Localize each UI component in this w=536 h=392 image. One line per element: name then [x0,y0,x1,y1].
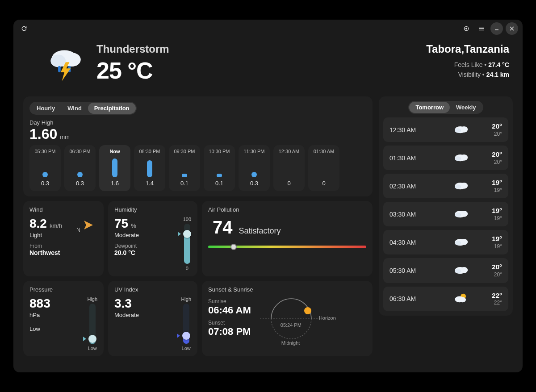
forecast-panel: Tomorrow Weekly 12:30 AM 20°20°01:30 AM … [379,96,513,316]
hour-value: 0.1 [180,180,188,187]
forecast-low: 20° [492,131,502,138]
sunrise-label: Sunrise [208,298,251,304]
wind-desc: Light [29,232,62,238]
pressure-unit: hPa [29,312,50,318]
forecast-item[interactable]: 02:30 AM 19°19° [383,174,508,198]
forecast-item[interactable]: 04:30 AM 19°19° [383,230,508,254]
forecast-low: 20° [492,271,502,279]
forecast-high: 19° [492,178,502,187]
partly-cloudy-icon [453,292,469,305]
forecast-low: 19° [492,215,502,222]
humidity-title: Humidity [114,206,191,213]
tab-tomorrow[interactable]: Tomorrow [409,102,450,113]
wind-title: Wind [29,206,97,213]
pressure-value: 883 [29,296,50,311]
tab-precipitation[interactable]: Precipitation [88,103,136,114]
hour-value: 1.4 [146,180,154,187]
uv-card: UV Index 3.3 Moderate High [108,281,197,356]
dewpoint-value: 20.0 °C [114,249,139,256]
forecast-time: 03:30 AM [389,211,430,218]
hour-value: 0 [287,180,290,187]
content: Thunderstorm 25 °C Tabora,Tanzania Feels… [13,38,523,372]
cloud-icon [453,180,469,192]
cloud-icon [453,264,469,277]
humidity-desc: Moderate [114,232,139,238]
menu-icon[interactable] [475,22,488,35]
forecast-low: 20° [492,159,502,166]
svg-point-14 [460,154,468,161]
forecast-tabs: Tomorrow Weekly [408,101,483,114]
sunrise-time: 06:46 AM [208,304,251,316]
header: Thunderstorm 25 °C Tabora,Tanzania Feels… [23,39,513,91]
dayhigh-value: 1.60mm [29,126,70,142]
forecast-high: 20° [492,263,502,271]
tab-hourly[interactable]: Hourly [30,103,61,114]
forecast-high: 20° [492,122,502,131]
forecast-item[interactable]: 01:30 AM 20°20° [383,146,508,170]
svg-point-23 [460,239,468,245]
dewpoint-label: Dewpoint [114,243,139,249]
forecast-high: 22° [492,291,502,300]
svg-point-12 [455,128,461,133]
svg-point-20 [460,211,468,217]
air-desc: Satisfactory [239,226,281,236]
hour-time: 06:30 PM [69,149,90,154]
hour-item[interactable]: 01:30 AM 0 [308,145,339,191]
forecast-item[interactable]: 06:30 AM 22°22° [383,287,508,311]
svg-point-21 [455,213,461,217]
hour-item[interactable]: 08:30 PM 1.4 [134,145,165,191]
forecast-item[interactable]: 12:30 AM 20°20° [383,117,508,142]
forecast-low: 19° [492,243,502,250]
hour-value: 0 [322,180,325,187]
cloud-icon [453,236,469,249]
forecast-time: 04:30 AM [389,239,430,246]
air-title: Air Pollution [208,206,366,213]
hour-item[interactable]: 09:30 PM 0.1 [169,145,200,191]
pressure-meter: High Low [87,296,97,351]
hour-item[interactable]: Now 1.6 [99,145,130,191]
air-pollution-card: Air Pollution 74 Satisfactory [202,201,373,276]
sun-now-time: 05:24 PM [281,322,302,328]
cloud-icon [453,152,469,164]
close-icon[interactable] [506,22,518,35]
svg-point-30 [459,297,465,302]
sun-diagram: Horizon 05:24 PM Midnight [260,296,336,346]
condition-label: Thunderstorm [96,43,169,55]
cloud-icon [453,208,469,221]
svg-marker-7 [84,221,93,229]
hour-value: 0.3 [76,180,84,187]
sunset-time: 07:08 PM [208,326,251,338]
hour-item[interactable]: 05:30 PM 0.3 [29,145,61,191]
hourly-tabs: Hourly Wind Precipitation [29,102,137,115]
wind-arrow-icon [82,218,95,232]
uv-meter: High Low [181,296,191,351]
forecast-time: 02:30 AM [389,183,430,190]
midnight-label: Midnight [281,340,300,346]
hour-item[interactable]: 10:30 PM 0.1 [204,145,235,191]
hour-time: 05:30 PM [34,149,55,154]
app-window: Thunderstorm 25 °C Tabora,Tanzania Feels… [13,20,523,372]
hour-time: 01:30 AM [314,149,334,154]
forecast-low: 22° [492,300,502,307]
svg-point-18 [455,184,461,189]
locate-icon[interactable] [460,22,473,35]
forecast-list: 12:30 AM 20°20°01:30 AM 20°20°02:30 AM 1… [383,117,508,311]
tab-wind[interactable]: Wind [61,103,88,114]
air-value: 74 [213,217,233,238]
horizon-label: Horizon [319,315,336,321]
forecast-item[interactable]: 03:30 AM 19°19° [383,202,508,226]
hourly-panel: Hourly Wind Precipitation Day High 1.60m… [23,96,373,196]
forecast-high: 19° [492,206,502,215]
tab-weekly[interactable]: Weekly [450,102,482,113]
refresh-icon[interactable] [18,22,30,35]
hour-item[interactable]: 12:30 AM 0 [273,145,305,191]
hour-item[interactable]: 11:30 PM 0.3 [239,145,270,191]
wind-from-label: From [29,243,62,249]
svg-point-27 [455,269,461,273]
hour-time: 12:30 AM [279,149,299,154]
forecast-high: 20° [492,150,502,159]
minimize-icon[interactable] [490,22,503,35]
forecast-time: 06:30 AM [389,295,430,302]
forecast-item[interactable]: 05:30 AM 20°20° [383,258,508,283]
hour-item[interactable]: 06:30 PM 0.3 [64,145,96,191]
